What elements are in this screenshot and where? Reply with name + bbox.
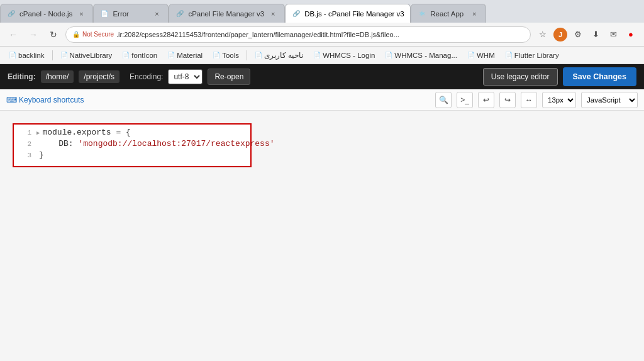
code-line-1: 1 ▶ module.exports = { [14,127,250,138]
tab-dbjs[interactable]: 🔗 DB.js - cPanel File Manager v3 × [285,4,411,23]
tab-label-cpanel: cPanel - Node.js [19,10,72,18]
line-number-2: 2 [19,140,31,148]
bookmark-label-wm: WHMCS - Manag... [394,52,457,59]
tab-filemanager[interactable]: 🔗 cPanel File Manager v3 × [169,4,285,23]
encoding-label: Encoding: [130,72,163,81]
mail-button[interactable]: ✉ [605,26,621,43]
bookmark-label-mat: Material [177,52,203,59]
redo-button[interactable]: ↪ [499,92,516,108]
keyboard-icon: ⌨ [6,96,17,104]
code-content-1: module.exports = { [42,128,130,137]
bookmark-label-tools: Tools [222,52,239,59]
bookmark-tools[interactable]: 📄 Tools [209,50,243,60]
back-button[interactable]: ← [5,26,21,43]
reopen-button[interactable]: Re-open [208,69,250,85]
code-editor-wrapper: 1 ▶ module.exports = { 2 DB: 'mongodb://… [0,111,644,361]
line-number-1: 1 [19,129,31,136]
tab-close-error[interactable]: × [152,9,162,19]
legacy-editor-button[interactable]: Use legacy editor [483,68,558,86]
save-changes-button[interactable]: Save Changes [563,67,636,86]
keyboard-shortcuts-link[interactable]: ⌨ Keyboard shortcuts [6,96,84,104]
path-project[interactable]: /project/s [79,70,119,83]
tab-favicon-fm: 🔗 [175,9,184,18]
bookmark-icon-nahiye: 📄 [255,52,262,58]
code-content-2: DB: 'mongodb://localhost:27017/reactexpr… [39,139,275,148]
tab-favicon-dbjs: 🔗 [292,9,301,18]
font-size-select[interactable]: 13px [542,92,576,108]
address-text: .ir:2082/cpsess2842115453/frontend/paper… [116,31,399,38]
bookmark-icon-whm: 📄 [467,52,475,58]
bookmark-label-wl: WHMCS - Login [323,52,375,59]
download-button[interactable]: ⬇ [587,26,604,43]
bookmark-sep-1 [52,50,53,60]
tab-favicon-cpanel: 🔗 [7,9,16,18]
bookmark-icon-wm: 📄 [385,52,392,58]
bookmark-backlink[interactable]: 📄 backlink [5,50,48,60]
bookmark-icon-tools: 📄 [213,52,220,58]
tab-label-dbjs: DB.js - cPanel File Manager v3 [304,10,404,18]
search-tool-button[interactable]: 🔍 [435,92,452,108]
bookmark-whm[interactable]: 📄 WHM [464,50,499,60]
tab-bar: 🔗 cPanel - Node.js × 📄 Error × 🔗 cPanel … [0,0,644,23]
bookmark-icon-fi: 📄 [122,52,130,58]
bookmark-material[interactable]: 📄 Material [164,50,206,60]
tab-label-fm: cPanel File Manager v3 [188,10,264,18]
bookmark-fonticon[interactable]: 📄 fontIcon [118,50,161,60]
bookmark-icon-backlink: 📄 [9,52,16,58]
line-number-3: 3 [19,152,31,159]
bookmark-nahiye[interactable]: 📄 ناحیه کاربری [251,50,307,61]
keyboard-shortcuts-label: Keyboard shortcuts [19,96,84,104]
code-line-2: 2 DB: 'mongodb://localhost:27017/reactex… [14,138,250,150]
tab-reactapp[interactable]: ⚛ React App × [411,4,486,23]
undo-button[interactable]: ↩ [478,92,494,108]
bookmark-icon-flutter: 📄 [505,52,513,58]
bookmark-icon-mat: 📄 [167,52,175,58]
code-line-3: 3 } [14,150,250,161]
code-area: 1 ▶ module.exports = { 2 DB: 'mongodb://… [13,123,252,348]
tab-label-react: React App [430,10,464,18]
bookmark-label-backlink: backlink [18,52,45,59]
profile-button[interactable]: J [552,26,569,43]
bookmark-star-button[interactable]: ☆ [535,26,551,43]
address-bar[interactable]: 🔒 Not Secure .ir:2082/cpsess2842115453/f… [65,26,531,43]
browser-window: 🔗 cPanel - Node.js × 📄 Error × 🔗 cPanel … [0,0,644,361]
tab-cpanel-nodejs[interactable]: 🔗 cPanel - Node.js × [0,4,93,23]
editor-toolbar: Editing: /home/ /project/s Encoding: utf… [0,64,644,89]
tab-error[interactable]: 📄 Error × [93,4,169,23]
tab-close-fm[interactable]: × [268,9,278,19]
encoding-select[interactable]: utf-8 [168,69,203,84]
bookmark-nativelibrary[interactable]: 📄 NativeLibrary [57,50,116,60]
bookmark-whmcs-manag[interactable]: 📄 WHMCS - Manag... [381,50,461,60]
tab-favicon-react: ⚛ [418,9,426,18]
bookmarks-bar: 📄 backlink 📄 NativeLibrary 📄 fontIcon 📄 … [0,47,644,64]
not-secure-label: Not Secure [82,31,114,38]
bookmark-label-whm: WHM [477,52,495,59]
code-box[interactable]: 1 ▶ module.exports = { 2 DB: 'mongodb://… [13,123,252,167]
tab-label-error: Error [113,10,129,18]
code-content-3: } [39,150,44,160]
more-button[interactable]: ● [623,26,639,43]
bookmark-label-fi: fontIcon [131,52,157,59]
tab-favicon-error: 📄 [100,9,109,18]
terminal-tool-button[interactable]: >_ [457,92,473,108]
tab-close-dbjs[interactable]: × [408,9,411,19]
nav-bar: ← → ↻ 🔒 Not Secure .ir:2082/cpsess284211… [0,23,644,47]
bookmark-icon-nl: 📄 [60,52,68,58]
language-select[interactable]: JavaScript [581,92,638,108]
bookmark-sep-2 [247,50,247,60]
refresh-button[interactable]: ↻ [45,26,62,43]
bookmark-label-nl: NativeLibrary [70,52,113,59]
forward-button[interactable]: → [25,26,42,43]
editing-label: Editing: [8,72,36,81]
bookmark-icon-wl: 📄 [313,52,321,58]
lock-icon: 🔒 [72,31,80,38]
path-home[interactable]: /home/ [41,70,74,83]
bookmark-flutter[interactable]: 📄 Flutter Library [501,50,563,60]
extensions-button[interactable]: ⚙ [570,26,586,43]
line-arrow-1: ▶ [36,130,40,136]
editor-header: ⌨ Keyboard shortcuts 🔍 >_ ↩ ↪ ↔ 13px Jav… [0,89,644,111]
tab-close-cpanel[interactable]: × [76,9,86,19]
tab-close-react[interactable]: × [469,9,479,19]
wrap-button[interactable]: ↔ [521,92,537,108]
bookmark-whmcs-login[interactable]: 📄 WHMCS - Login [309,50,379,60]
